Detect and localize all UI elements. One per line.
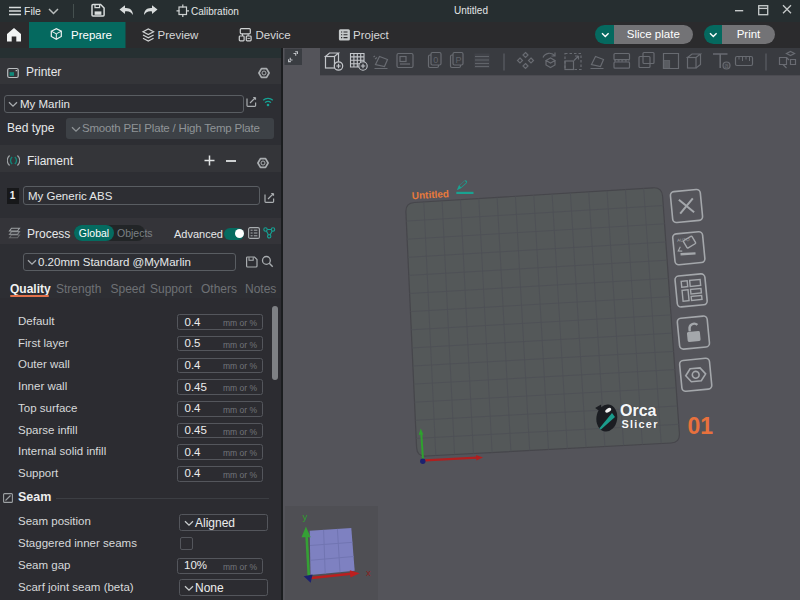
svg-text:x: x: [366, 567, 371, 578]
svg-text:Untitled: Untitled: [411, 188, 449, 201]
svg-text:a: a: [725, 62, 729, 69]
svg-text:01: 01: [688, 413, 714, 439]
svg-text:Calibration: Calibration: [191, 6, 239, 17]
svg-text:AUTO: AUTO: [677, 237, 690, 243]
svg-text:Slicer: Slicer: [622, 418, 659, 430]
svg-text:Untitled: Untitled: [454, 5, 488, 16]
svg-text:File: File: [24, 5, 41, 17]
svg-text:y: y: [303, 511, 308, 522]
svg-text:P: P: [455, 55, 461, 65]
svg-text:Orca: Orca: [620, 402, 657, 419]
svg-text:0: 0: [433, 55, 438, 65]
